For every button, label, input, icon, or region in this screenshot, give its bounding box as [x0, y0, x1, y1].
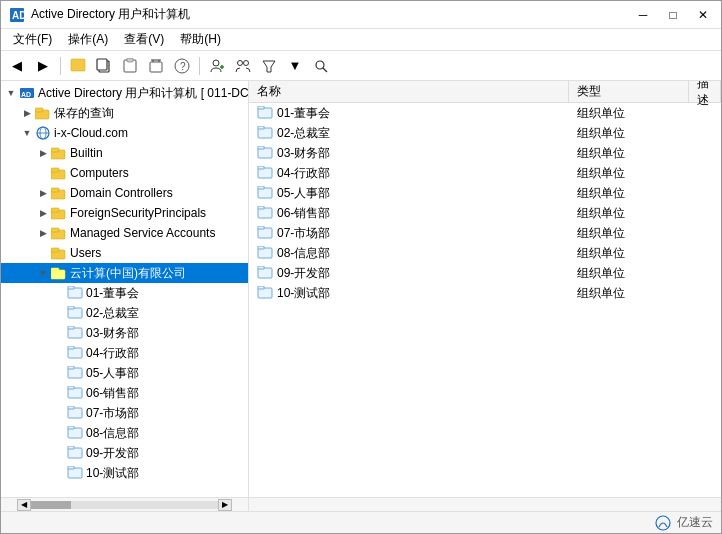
tree-item-dept09[interactable]: ▶ 09-开发部	[1, 443, 248, 463]
svg-rect-35	[51, 208, 59, 212]
h-scroll-track[interactable]	[31, 501, 218, 509]
svg-point-13	[213, 60, 219, 66]
list-row[interactable]: 05-人事部组织单位	[249, 183, 721, 203]
search-button[interactable]	[309, 54, 333, 78]
saved-query-icon	[35, 106, 51, 120]
tree-item-dept03[interactable]: ▶ 03-财务部	[1, 323, 248, 343]
svg-rect-2	[71, 59, 85, 71]
tree-label-computers: Computers	[70, 166, 129, 180]
scroll-left-arrow[interactable]: ◀	[17, 499, 31, 511]
svg-rect-63	[258, 106, 264, 109]
tree-label-dept03: 03-财务部	[86, 325, 139, 342]
list-row[interactable]: 07-市场部组织单位	[249, 223, 721, 243]
tree-item-fsp[interactable]: ▶ ForeignSecurityPrincipals	[1, 203, 248, 223]
filter-button[interactable]	[257, 54, 281, 78]
svg-rect-80	[258, 288, 272, 298]
ou04-icon	[67, 346, 83, 360]
list-row[interactable]: 10-测试部组织单位	[249, 283, 721, 303]
tree-item-builtin[interactable]: ▶ Builtin	[1, 143, 248, 163]
filter-options-button[interactable]: ▼	[283, 54, 307, 78]
tree-item-dept08[interactable]: ▶ 08-信息部	[1, 423, 248, 443]
tree-item-dept10[interactable]: ▶ 10-测试部	[1, 463, 248, 483]
tree-item-computers[interactable]: ▶ Computers	[1, 163, 248, 183]
list-header: 名称 类型 描述	[249, 81, 721, 103]
close-button[interactable]: ✕	[689, 5, 717, 25]
svg-rect-75	[258, 226, 264, 229]
menu-item-查看(V)[interactable]: 查看(V)	[116, 29, 172, 50]
list-row[interactable]: 02-总裁室组织单位	[249, 123, 721, 143]
tree-item-dc[interactable]: ▶ Domain Controllers	[1, 183, 248, 203]
col-header-type[interactable]: 类型	[569, 81, 689, 102]
expander-builtin[interactable]: ▶	[35, 145, 51, 161]
watermark: 亿速云	[653, 514, 713, 531]
list-row[interactable]: 04-行政部组织单位	[249, 163, 721, 183]
tree-item-dept04[interactable]: ▶ 04-行政部	[1, 343, 248, 363]
list-row[interactable]: 03-财务部组织单位	[249, 143, 721, 163]
list-row[interactable]: 08-信息部组织单位	[249, 243, 721, 263]
svg-rect-47	[68, 326, 74, 329]
ou-icon	[257, 286, 273, 300]
new-group-button[interactable]	[231, 54, 255, 78]
expander-fsp[interactable]: ▶	[35, 205, 51, 221]
list-cell-name: 04-行政部	[249, 165, 569, 182]
tree-item-users[interactable]: ▶ Users	[1, 243, 248, 263]
expander-dc[interactable]: ▶	[35, 185, 51, 201]
tree-label-dept05: 05-人事部	[86, 365, 139, 382]
svg-point-16	[238, 60, 243, 65]
sidebar-tree[interactable]: ▼ AD Active Directory 用户和计算机 [ 011-DC01 …	[1, 81, 249, 497]
tree-label-dept08: 08-信息部	[86, 425, 139, 442]
maximize-button[interactable]: □	[659, 5, 687, 25]
minimize-button[interactable]: ─	[629, 5, 657, 25]
tree-label-fsp: ForeignSecurityPrincipals	[70, 206, 206, 220]
tree-label-dept02: 02-总裁室	[86, 305, 139, 322]
content-area: ▼ AD Active Directory 用户和计算机 [ 011-DC01 …	[1, 81, 721, 497]
menu-item-文件(F)[interactable]: 文件(F)	[5, 29, 60, 50]
col-header-desc[interactable]: 描述	[689, 81, 721, 102]
app-icon: AD	[9, 7, 25, 23]
up-button[interactable]	[66, 54, 90, 78]
tree-item-ixcloud[interactable]: ▼ i-x-Cloud.com	[1, 123, 248, 143]
tree-item-saved[interactable]: ▶ 保存的查询	[1, 103, 248, 123]
svg-rect-6	[127, 58, 133, 62]
list-row[interactable]: 01-董事会组织单位	[249, 103, 721, 123]
tree-item-dept06[interactable]: ▶ 06-销售部	[1, 383, 248, 403]
menu-item-帮助(H)[interactable]: 帮助(H)	[172, 29, 229, 50]
svg-rect-52	[68, 388, 82, 398]
expander-root[interactable]: ▼	[3, 85, 19, 101]
tree-item-dept05[interactable]: ▶ 05-人事部	[1, 363, 248, 383]
tree-item-dept07[interactable]: ▶ 07-市场部	[1, 403, 248, 423]
tree-item-msa[interactable]: ▶ Managed Service Accounts	[1, 223, 248, 243]
cell-name-text: 03-财务部	[277, 145, 330, 162]
sidebar-hscroll[interactable]: ◀ ▶	[1, 498, 249, 511]
list-cell-type: 组织单位	[569, 245, 689, 262]
sidebar-hscroll-bar[interactable]: ◀ ▶	[1, 498, 248, 511]
col-header-name[interactable]: 名称	[249, 81, 569, 102]
list-body[interactable]: 01-董事会组织单位02-总裁室组织单位03-财务部组织单位04-行政部组织单位…	[249, 103, 721, 497]
help-button[interactable]: ?	[170, 54, 194, 78]
expander-yunjs[interactable]: ▼	[35, 265, 51, 281]
ou-icon	[257, 206, 273, 220]
expander-ixcloud[interactable]: ▼	[19, 125, 35, 141]
forward-button[interactable]: ▶	[31, 54, 55, 78]
list-row[interactable]: 06-销售部组织单位	[249, 203, 721, 223]
tree-item-dept01[interactable]: ▶ 01-董事会	[1, 283, 248, 303]
ou-icon	[257, 166, 273, 180]
list-cell-type: 组织单位	[569, 105, 689, 122]
svg-text:AD: AD	[12, 10, 25, 21]
delete-button[interactable]	[144, 54, 168, 78]
expander-saved[interactable]: ▶	[19, 105, 35, 121]
tree-item-yunjs[interactable]: ▼ 云计算(中国)有限公司	[1, 263, 248, 283]
expander-msa[interactable]: ▶	[35, 225, 51, 241]
scroll-right-arrow[interactable]: ▶	[218, 499, 232, 511]
new-user-button[interactable]	[205, 54, 229, 78]
back-button[interactable]: ◀	[5, 54, 29, 78]
list-row[interactable]: 09-开发部组织单位	[249, 263, 721, 283]
copy-button[interactable]	[92, 54, 116, 78]
tree-label-msa: Managed Service Accounts	[70, 226, 215, 240]
svg-rect-37	[51, 228, 59, 232]
svg-rect-72	[258, 208, 272, 218]
tree-item-root[interactable]: ▼ AD Active Directory 用户和计算机 [ 011-DC01	[1, 83, 248, 103]
tree-item-dept02[interactable]: ▶ 02-总裁室	[1, 303, 248, 323]
menu-item-操作(A)[interactable]: 操作(A)	[60, 29, 116, 50]
paste-button[interactable]	[118, 54, 142, 78]
